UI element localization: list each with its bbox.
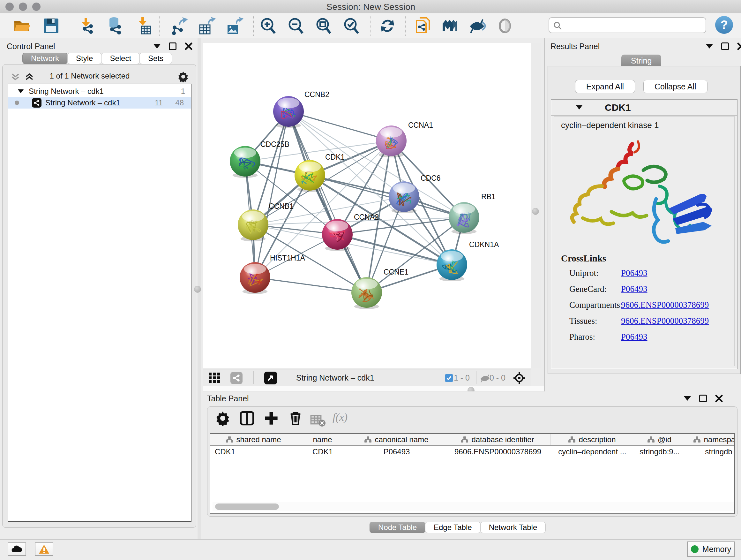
collapse-all-button[interactable]: Collapse All: [643, 80, 708, 93]
table-cell[interactable]: cyclin–dependent ...: [550, 446, 634, 458]
import-network-icon[interactable]: [77, 17, 96, 35]
table-cell[interactable]: P06493: [348, 446, 445, 458]
search-network-icon[interactable]: [441, 17, 459, 35]
network-edge[interactable]: [255, 277, 367, 293]
crosslink-link[interactable]: P06493: [621, 332, 648, 342]
column-header-name[interactable]: name: [297, 434, 348, 445]
column-header-description[interactable]: description: [550, 434, 634, 445]
network-node-ccna1[interactable]: CCNA1: [376, 121, 433, 158]
network-node-ccnb2[interactable]: CCNB2: [273, 90, 329, 128]
selected-counts: 1 - 0: [454, 373, 470, 382]
network-edge[interactable]: [288, 111, 367, 293]
search-input[interactable]: [549, 17, 706, 33]
network-collection-row[interactable]: String Network – cdk1 1: [8, 85, 191, 97]
show-eye-icon[interactable]: [495, 17, 514, 35]
table-cell[interactable]: stringdb:9...: [634, 446, 685, 458]
grid-view-icon[interactable]: [209, 373, 220, 383]
network-canvas[interactable]: CCNB2CCNA1CDC25BCDK1CDC6RB1CCNB1CCNA2CDK…: [203, 43, 531, 368]
crosslink-link[interactable]: P06493: [621, 268, 648, 278]
zoom-in-icon[interactable]: [259, 17, 277, 35]
tab-style[interactable]: Style: [67, 53, 102, 64]
column-header-database-identifier[interactable]: database identifier: [445, 434, 550, 445]
gear-icon[interactable]: [178, 71, 189, 82]
string-badge-icon[interactable]: [230, 372, 243, 384]
help-button[interactable]: ?: [715, 16, 733, 34]
close-panel-icon[interactable]: [715, 395, 723, 402]
export-network-icon[interactable]: [170, 17, 188, 35]
hidden-eye-icon[interactable]: [480, 374, 489, 382]
gene-header-row[interactable]: CDK1: [551, 100, 737, 116]
cloud-button[interactable]: [8, 543, 26, 556]
network-edge[interactable]: [310, 175, 464, 217]
delete-table-icon[interactable]: [310, 413, 326, 428]
import-database-icon[interactable]: [106, 17, 124, 35]
add-icon[interactable]: [264, 411, 279, 426]
table-gear-icon[interactable]: [215, 411, 230, 426]
table-horizontal-scrollbar[interactable]: [212, 502, 735, 511]
table-row[interactable]: CDK1CDK1P064939606.ENSP00000378699cyclin…: [210, 446, 734, 458]
import-table-icon[interactable]: [134, 17, 153, 35]
crosslink-link[interactable]: 9606.ENSP00000378699: [621, 300, 709, 310]
zoom-out-icon[interactable]: [286, 17, 305, 35]
float-panel-icon[interactable]: [699, 395, 707, 402]
network-node-rb1[interactable]: RB1: [449, 192, 495, 234]
delete-icon[interactable]: [288, 411, 303, 426]
gene-expander-icon[interactable]: [576, 105, 583, 110]
network-node-hist1h1a[interactable]: HIST1H1A: [240, 254, 306, 294]
close-panel-icon[interactable]: [737, 43, 741, 50]
scrollbar-thumb[interactable]: [215, 503, 279, 510]
tab-node-table[interactable]: Node Table: [369, 522, 425, 533]
tab-sets[interactable]: Sets: [139, 53, 172, 64]
float-panel-icon[interactable]: [169, 43, 177, 50]
document-share-icon[interactable]: [414, 17, 432, 35]
crosslink-link[interactable]: P06493: [621, 284, 648, 294]
birdseye-icon[interactable]: [264, 372, 277, 384]
network-edge[interactable]: [337, 234, 452, 265]
open-session-icon[interactable]: [13, 17, 31, 35]
export-image-icon[interactable]: [225, 17, 244, 35]
table-cell[interactable]: stringdb: [685, 446, 735, 458]
network-edge[interactable]: [255, 111, 288, 277]
warning-button[interactable]: [35, 543, 53, 556]
column-header-canonical-name[interactable]: canonical name: [348, 434, 445, 445]
column-header-shared-name[interactable]: shared name: [210, 434, 297, 445]
collapse-panel-icon[interactable]: [153, 44, 160, 49]
tab-network-table[interactable]: Network Table: [480, 522, 546, 533]
memory-button[interactable]: Memory: [687, 542, 735, 557]
collapse-panel-icon[interactable]: [684, 396, 691, 401]
network-node-ccne1[interactable]: CCNE1: [351, 268, 408, 309]
column-header-id[interactable]: @id: [634, 434, 685, 445]
tab-network[interactable]: Network: [22, 53, 68, 64]
table-cell[interactable]: CDK1: [210, 446, 297, 458]
expand-all-button[interactable]: Expand All: [575, 80, 635, 93]
crosslink-link[interactable]: 9606.ENSP00000378699: [621, 316, 709, 326]
table-cell[interactable]: CDK1: [297, 446, 348, 458]
tab-string[interactable]: String: [621, 55, 661, 67]
export-table-icon[interactable]: [197, 17, 216, 35]
gene-entry: CDK1 cyclin–dependent kinase 1: [551, 99, 738, 369]
splitter-handle[interactable]: [194, 286, 201, 293]
column-header-namespace[interactable]: namespace: [685, 434, 735, 445]
network-node-cdk1[interactable]: CDK1: [294, 153, 345, 192]
splitter-handle[interactable]: [532, 208, 539, 215]
network-node-cdkn1a[interactable]: CDKN1A: [436, 240, 499, 281]
selected-checkbox-icon[interactable]: [445, 374, 453, 382]
save-session-icon[interactable]: [42, 17, 60, 35]
table-cell[interactable]: 9606.ENSP00000378699: [445, 446, 550, 458]
function-builder-icon[interactable]: f(x): [333, 411, 358, 427]
zoom-selected-icon[interactable]: [342, 17, 360, 35]
refresh-icon[interactable]: [378, 17, 397, 35]
hide-eye-icon[interactable]: [468, 17, 487, 35]
float-panel-icon[interactable]: [721, 43, 729, 50]
results-panel-title: Results Panel: [550, 42, 600, 51]
network-row-selected[interactable]: String Network – cdk1 11 48: [8, 97, 191, 109]
close-panel-icon[interactable]: [185, 43, 192, 50]
network-node-cdc25b[interactable]: CDC25B: [230, 140, 289, 178]
tree-expander-icon[interactable]: [18, 89, 23, 93]
zoom-fit-icon[interactable]: [314, 17, 333, 35]
tab-edge-table[interactable]: Edge Table: [425, 522, 481, 533]
tab-select[interactable]: Select: [101, 53, 140, 64]
crosshair-icon[interactable]: [513, 372, 526, 384]
columns-icon[interactable]: [239, 411, 255, 426]
collapse-panel-icon[interactable]: [706, 44, 713, 49]
